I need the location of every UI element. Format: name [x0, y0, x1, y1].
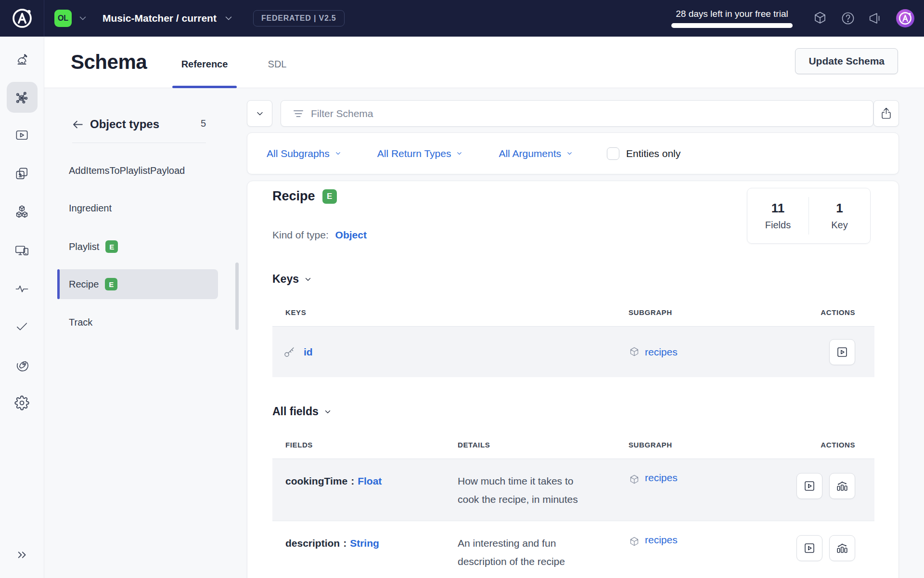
fields-table-header: FIELDS DETAILS SUBGRAPH ACTIONS [272, 438, 874, 451]
field-row-cookingtime: cookingTime:Float How much time it takes… [272, 459, 874, 521]
announcements-megaphone-icon[interactable] [868, 11, 884, 26]
subgraph-link[interactable]: recipes [645, 346, 678, 358]
org-badge[interactable]: OL [54, 10, 72, 27]
type-detail-card: Recipe E 11 Fields 1 Key Kind of type: [247, 181, 899, 578]
type-item-label: AddItemsToPlaylistPayload [69, 165, 185, 176]
types-scrollbar-thumb[interactable] [235, 263, 239, 330]
open-in-explorer-button[interactable] [796, 473, 822, 499]
type-item-label: Ingredient [69, 203, 112, 214]
subgraph-cube-icon [629, 474, 640, 486]
all-return-types-dropdown[interactable]: All Return Types [377, 148, 463, 159]
type-item-ingredient[interactable]: Ingredient [57, 193, 218, 223]
actions-cell [778, 339, 874, 365]
active-tab-underline [172, 86, 237, 88]
field-name: cookingTime [285, 475, 347, 486]
update-schema-button[interactable]: Update Schema [795, 48, 898, 74]
federated-version-badge: FEDERATED | V2.5 [253, 10, 345, 26]
fields-stat: 11 Fields [747, 188, 808, 243]
tab-sdl[interactable]: SDL [268, 59, 287, 70]
type-item-recipe[interactable]: Recipe E [57, 269, 218, 299]
type-item-playlist[interactable]: Playlist E [57, 232, 218, 262]
col-subgraph: SUBGRAPH [629, 308, 778, 316]
subgraph-cube-icon [629, 536, 640, 548]
field-type-link[interactable]: Float [358, 475, 382, 486]
entities-only-checkbox[interactable] [607, 147, 619, 160]
entity-badge: E [105, 240, 118, 253]
subgraph-cell: recipes [629, 346, 778, 358]
nav-explorer-play-icon[interactable] [11, 123, 34, 146]
all-subgraphs-dropdown[interactable]: All Subgraphs [267, 148, 342, 159]
nav-launches-rocket-icon[interactable] [11, 354, 34, 377]
type-item-label: Playlist [69, 241, 99, 252]
subgraph-link[interactable]: recipes [645, 534, 678, 546]
kind-label: Kind of type: [272, 229, 329, 240]
type-item-additemstoplaylistpayload[interactable]: AddItemsToPlaylistPayload [57, 156, 218, 185]
insights-chart-icon [835, 479, 849, 493]
keys-section-header[interactable]: Keys [272, 273, 312, 286]
play-square-icon [803, 541, 816, 555]
entity-badge: E [322, 189, 337, 204]
nav-checks-check-icon[interactable] [11, 315, 34, 338]
all-arguments-dropdown[interactable]: All Arguments [499, 148, 573, 159]
actions-cell [778, 521, 874, 578]
help-icon[interactable] [840, 11, 856, 26]
field-name: description [285, 538, 340, 549]
trial-status: 28 days left in your free trial [671, 9, 793, 28]
nav-insights-pulse-icon[interactable] [11, 277, 34, 300]
type-item-label: Track [69, 317, 92, 328]
filter-schema-input[interactable] [311, 108, 873, 119]
keys-title: Keys [272, 273, 299, 286]
type-name: Recipe [272, 189, 315, 204]
topbar-right: 28 days left in your free trial [671, 0, 924, 37]
chevron-down-icon [323, 407, 332, 416]
open-in-explorer-button[interactable] [829, 339, 855, 365]
col-actions: ACTIONS [778, 308, 874, 316]
open-in-explorer-button[interactable] [796, 535, 822, 561]
all-fields-section-header[interactable]: All fields [272, 405, 332, 418]
field-type-separator: : [343, 538, 346, 549]
apollo-logo[interactable] [0, 0, 44, 37]
field-type-link[interactable]: String [350, 538, 379, 549]
key-count: 1 [836, 201, 843, 216]
graph-title[interactable]: Music-Matcher / current [103, 13, 217, 24]
nav-subgraphs-cubes-icon[interactable] [11, 200, 34, 223]
left-nav-rail [0, 37, 44, 578]
top-bar: OL Music-Matcher / current FEDERATED | V… [0, 0, 924, 37]
kind-of-type-row: Kind of type: Object [272, 229, 367, 241]
graph-chevron-down-icon[interactable] [223, 13, 234, 24]
field-insights-button[interactable] [829, 473, 855, 499]
subgraph-cube-icon [629, 346, 640, 358]
kind-object-link[interactable]: Object [335, 229, 367, 240]
tab-reference[interactable]: Reference [181, 59, 228, 70]
user-avatar[interactable] [896, 9, 914, 27]
export-button[interactable] [873, 100, 899, 127]
nav-settings-gear-icon[interactable] [11, 391, 34, 414]
chevron-down-icon [334, 150, 342, 157]
filter-dropdown-button[interactable] [247, 100, 272, 127]
insights-chart-icon [835, 541, 849, 555]
nav-home-observatory-icon[interactable] [11, 47, 34, 70]
nav-changelog-diff-icon[interactable] [11, 162, 34, 185]
type-stats-card: 11 Fields 1 Key [747, 188, 871, 244]
chevron-down-icon [255, 109, 265, 118]
field-details-cell: An interesting and fun description of th… [458, 521, 629, 578]
play-square-icon [803, 479, 816, 493]
nav-schema-graph-icon[interactable] [11, 86, 34, 109]
type-item-label: Recipe [69, 279, 99, 290]
share-export-icon [880, 107, 893, 120]
org-chevron-down-icon[interactable] [77, 13, 88, 24]
subgraph-link[interactable]: recipes [645, 472, 678, 484]
nav-clients-devices-icon[interactable] [11, 238, 34, 262]
key-stat: 1 Key [809, 188, 870, 243]
content-area: Object types 5 AddItemsToPlaylistPayload… [44, 88, 924, 578]
chevron-down-icon [304, 275, 312, 284]
rail-expand-icon[interactable] [11, 543, 34, 566]
key-id-link[interactable]: id [304, 346, 313, 358]
field-insights-button[interactable] [829, 535, 855, 561]
filter-row [247, 100, 899, 127]
field-name-cell: description:String [272, 521, 458, 578]
type-item-track[interactable]: Track [57, 307, 218, 337]
apollo-a-icon [11, 7, 33, 29]
object-types-count: 5 [44, 118, 206, 129]
studio-cube-icon[interactable] [812, 11, 828, 26]
